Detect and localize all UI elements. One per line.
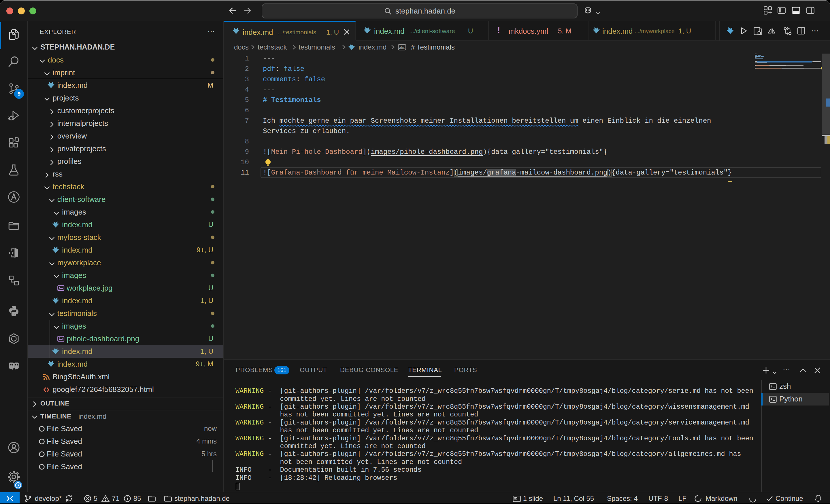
svg-text:abc: abc (399, 45, 405, 49)
